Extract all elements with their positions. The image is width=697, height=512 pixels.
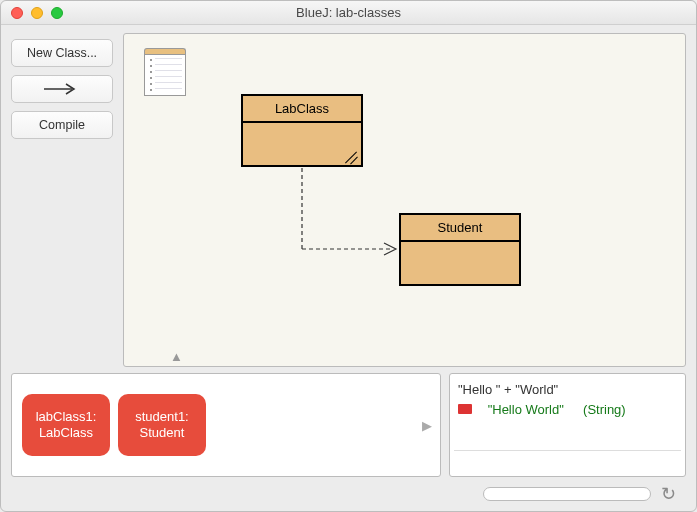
codepad-input[interactable]: [454, 450, 681, 472]
object-tag-icon[interactable]: [458, 404, 472, 414]
bluej-window: BlueJ: lab-classes New Class... Compile: [0, 0, 697, 512]
lower-panel: labClass1: LabClass student1: Student ▶ …: [11, 373, 686, 477]
object-bench[interactable]: labClass1: LabClass student1: Student ▶: [11, 373, 441, 477]
collapse-sidebar-icon[interactable]: ▲: [170, 349, 183, 364]
minimize-icon[interactable]: [31, 7, 43, 19]
codepad-output: "Hello " + "World" "Hello World" (String…: [450, 374, 685, 450]
object-name: student1:: [135, 409, 189, 425]
object-name: labClass1:: [36, 409, 97, 425]
codepad-result-type: (String): [583, 400, 626, 420]
object-instance[interactable]: student1: Student: [118, 394, 206, 456]
uncompiled-hatch-icon: [341, 151, 359, 163]
redo-icon[interactable]: ↻: [661, 483, 676, 505]
class-box-student[interactable]: Student: [399, 213, 521, 286]
traffic-lights: [11, 7, 63, 19]
object-instance[interactable]: labClass1: LabClass: [22, 394, 110, 456]
class-name-label: LabClass: [243, 96, 361, 123]
object-type: Student: [140, 425, 185, 441]
dependency-arrow-icon: [124, 34, 685, 366]
status-bar: ↻: [11, 483, 686, 505]
progress-bar: [483, 487, 651, 501]
compile-button[interactable]: Compile: [11, 111, 113, 139]
arrow-icon: [42, 82, 82, 96]
expand-bench-icon[interactable]: ▶: [422, 418, 432, 433]
class-box-labclass[interactable]: LabClass: [241, 94, 363, 167]
class-diagram-canvas[interactable]: LabClass Student ▲: [123, 33, 686, 367]
dependency-arrow-button[interactable]: [11, 75, 113, 103]
close-icon[interactable]: [11, 7, 23, 19]
upper-panel: New Class... Compile LabClass: [11, 33, 686, 367]
content-area: New Class... Compile LabClass: [1, 25, 696, 511]
maximize-icon[interactable]: [51, 7, 63, 19]
object-type: LabClass: [39, 425, 93, 441]
codepad: "Hello " + "World" "Hello World" (String…: [449, 373, 686, 477]
new-class-button[interactable]: New Class...: [11, 39, 113, 67]
window-title: BlueJ: lab-classes: [1, 5, 696, 20]
codepad-result-value: "Hello World": [488, 400, 564, 420]
readme-icon[interactable]: [144, 48, 186, 96]
class-name-label: Student: [401, 215, 519, 242]
titlebar[interactable]: BlueJ: lab-classes: [1, 1, 696, 25]
sidebar: New Class... Compile: [11, 33, 113, 367]
codepad-result-line: "Hello World" (String): [458, 400, 677, 420]
codepad-expression: "Hello " + "World": [458, 380, 677, 400]
